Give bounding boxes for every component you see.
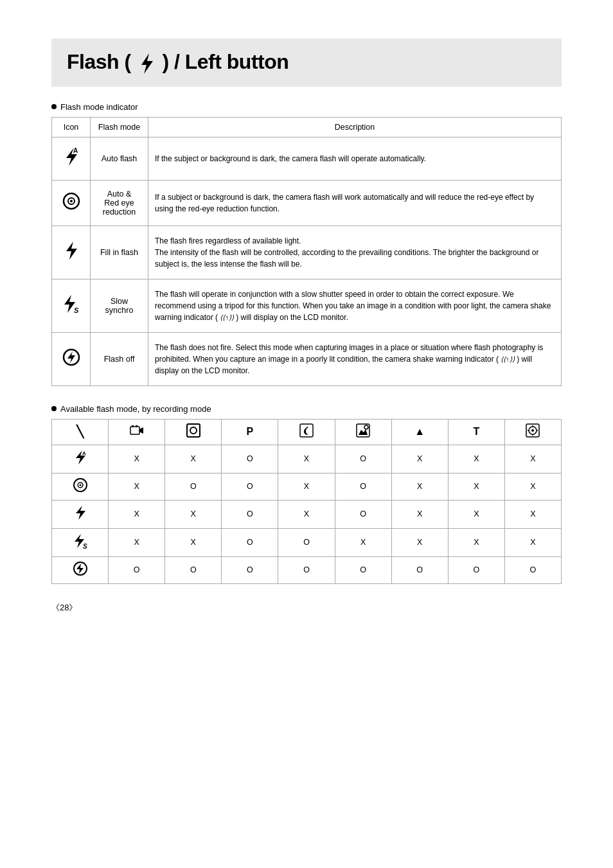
avail-row-redeye: X O O X O X X X — [52, 473, 562, 500]
avail-cell: X — [165, 528, 222, 556]
avail-cell: O — [109, 556, 165, 583]
svg-marker-34 — [76, 506, 85, 520]
avail-cell: X — [448, 528, 504, 556]
auto-flash-icon: A — [63, 146, 80, 167]
avail-cell: X — [504, 528, 561, 556]
avail-icon-autoflash: A — [52, 445, 109, 473]
avail-cell: X — [448, 500, 504, 528]
avail-col-p: P — [222, 419, 278, 445]
title-box: Flash ( ) / Left button — [51, 39, 562, 87]
fillinflash-row-icon — [74, 504, 87, 521]
single-shot-icon — [186, 423, 200, 438]
svg-marker-6 — [66, 242, 77, 260]
avail-header-row: ╲ P — [52, 419, 562, 445]
avail-cell: O — [222, 473, 278, 500]
avail-cell: X — [391, 500, 448, 528]
desc-cell-slowsynchro: The flash will operate in conjunction wi… — [148, 279, 562, 332]
svg-text:S: S — [74, 306, 79, 314]
svg-marker-0 — [141, 53, 153, 74]
avail-col-single — [165, 419, 222, 445]
slowsynchro-row-icon: S — [73, 533, 88, 549]
bullet-icon2 — [51, 406, 57, 411]
svg-rect-14 — [132, 425, 134, 427]
avail-cell: O — [222, 556, 278, 583]
desc-cell-redeye: If a subject or background is dark, the … — [148, 180, 562, 226]
avail-cell: X — [278, 500, 335, 528]
avail-cell: X — [109, 473, 165, 500]
table-row: S Slow synchro The flash will operate in… — [52, 279, 562, 332]
autoflash-row-icon: A — [74, 449, 87, 466]
mode-cell-fillinflash: Fill in flash — [91, 226, 148, 279]
svg-text:A: A — [73, 147, 78, 154]
col-header-icon: Icon — [52, 117, 91, 137]
avail-cell: X — [278, 473, 335, 500]
icon-cell-fillinflash — [52, 226, 91, 279]
page-title: Flash ( ) / Left button — [67, 50, 289, 75]
avail-icon-flashoff — [52, 556, 109, 583]
avail-col-night — [278, 419, 335, 445]
svg-marker-13 — [139, 427, 143, 434]
avail-row-flashoff: O O O O O O O O — [52, 556, 562, 583]
avail-cell: X — [165, 445, 222, 473]
camera-shake-indicator: ⟨⟨↑⟩⟩ — [220, 314, 234, 321]
slow-synchro-icon: S — [62, 294, 80, 314]
red-eye-icon — [62, 192, 80, 210]
fill-flash-icon — [64, 240, 78, 261]
avail-cell: X — [391, 473, 448, 500]
avail-cell: X — [165, 500, 222, 528]
avail-cell: O — [391, 556, 448, 583]
avail-cell: O — [222, 445, 278, 473]
desc-cell-fillinflash: The flash fires regardless of available … — [148, 226, 562, 279]
avail-col-movie — [109, 419, 165, 445]
flash-off-icon — [62, 348, 80, 366]
section2-label: Available flash mode, by recording mode — [51, 404, 562, 414]
avail-cell: O — [448, 556, 504, 583]
table-row: Flash off The flash does not fire. Selec… — [52, 332, 562, 385]
avail-cell: X — [109, 528, 165, 556]
avail-cell: O — [165, 473, 222, 500]
avail-cell: O — [278, 528, 335, 556]
avail-cell: X — [109, 445, 165, 473]
mode-cell-autoflash: Auto flash — [91, 137, 148, 180]
avail-cell: O — [335, 500, 391, 528]
section1-label: Flash mode indicator — [51, 102, 562, 112]
col-header-mode: Flash mode — [91, 117, 148, 137]
mode-cell-redeye: Auto &Red eyereduction — [91, 180, 148, 226]
svg-rect-12 — [130, 427, 139, 434]
avail-col-scene — [335, 419, 391, 445]
svg-point-24 — [531, 429, 534, 432]
avail-icon-fillinflash — [52, 500, 109, 528]
desc-cell-flashoff: The flash does not fire. Select this mod… — [148, 332, 562, 385]
bullet-icon — [51, 104, 57, 109]
avail-cell: O — [504, 556, 561, 583]
scene-icon — [356, 423, 370, 438]
night-mode-icon — [299, 423, 314, 438]
avail-cell: O — [335, 556, 391, 583]
svg-rect-15 — [136, 425, 138, 427]
mode-cell-flashoff: Flash off — [91, 332, 148, 385]
icon-cell-autoflash: A — [52, 137, 91, 180]
avail-col-slash: ╲ — [52, 419, 109, 445]
icon-cell-slowsynchro: S — [52, 279, 91, 332]
avail-cell: X — [504, 473, 561, 500]
avail-col-special — [504, 419, 561, 445]
avail-row-autoflash: A X X O X O X X X — [52, 445, 562, 473]
avail-cell: X — [504, 500, 561, 528]
svg-text:A: A — [82, 450, 86, 456]
flash-symbol-icon — [138, 52, 155, 75]
svg-rect-16 — [187, 424, 200, 437]
avail-cell: O — [222, 528, 278, 556]
svg-point-17 — [190, 427, 197, 434]
table-row: Auto &Red eyereduction If a subject or b… — [52, 180, 562, 226]
avail-cell: O — [278, 556, 335, 583]
avail-icon-redeye — [52, 473, 109, 500]
col-header-desc: Description — [148, 117, 562, 137]
mode-cell-slowsynchro: Slow synchro — [91, 279, 148, 332]
avail-icon-slowsynchro: S — [52, 528, 109, 556]
avail-cell: X — [109, 500, 165, 528]
desc-cell-autoflash: If the subject or background is dark, th… — [148, 137, 562, 180]
avail-cell: X — [391, 528, 448, 556]
avail-cell: X — [391, 445, 448, 473]
avail-row-fillinflash: X X O X O X X X — [52, 500, 562, 528]
icon-cell-redeye — [52, 180, 91, 226]
